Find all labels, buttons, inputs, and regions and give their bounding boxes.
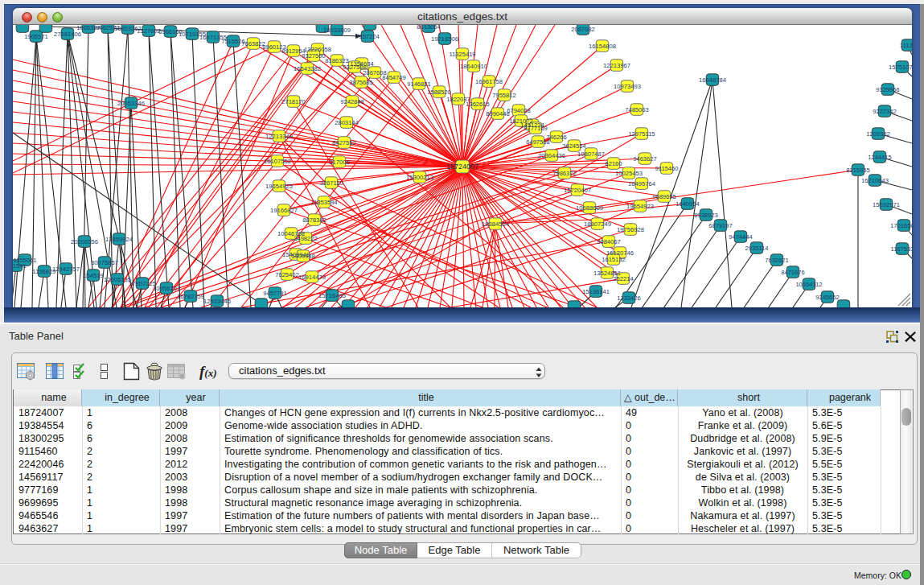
svg-text:3875685: 3875685 [349, 79, 373, 86]
svg-text:9457791: 9457791 [263, 290, 287, 297]
svg-text:12923446: 12923446 [203, 298, 231, 305]
svg-text:1209382: 1209382 [866, 130, 890, 138]
svg-text:1155061: 1155061 [14, 257, 37, 264]
svg-text:6879197: 6879197 [708, 222, 733, 229]
svg-text:3498222: 3498222 [294, 235, 318, 242]
svg-text:15720407: 15720407 [564, 187, 591, 194]
svg-text:3624554: 3624554 [562, 142, 586, 150]
svg-text:12505135: 12505135 [104, 276, 131, 283]
svg-text:9084067: 9084067 [597, 238, 621, 245]
svg-text:19756928: 19756928 [617, 226, 644, 233]
svg-text:19166827: 19166827 [270, 207, 298, 214]
svg-text:10025453: 10025453 [615, 170, 643, 177]
svg-text:16107552: 16107552 [264, 158, 291, 165]
svg-text:8471676: 8471676 [781, 269, 805, 276]
svg-text:10654112: 10654112 [795, 281, 822, 288]
svg-text:1362615: 1362615 [466, 101, 490, 108]
svg-text:2935114: 2935114 [745, 245, 769, 252]
svg-text:2087682: 2087682 [571, 26, 595, 33]
svg-text:2803144: 2803144 [335, 119, 359, 126]
svg-text:1167533: 1167533 [891, 245, 913, 253]
svg-text:16543382: 16543382 [294, 65, 321, 72]
svg-text:20364436: 20364436 [538, 152, 565, 159]
svg-text:16961758: 16961758 [475, 78, 503, 85]
svg-text:8938923: 8938923 [694, 212, 718, 219]
svg-text:7625402: 7625402 [275, 271, 299, 278]
svg-text:17859924: 17859924 [105, 236, 133, 243]
svg-text:17957225: 17957225 [129, 280, 156, 287]
svg-text:15692971: 15692971 [873, 201, 900, 208]
svg-text:8454749: 8454749 [382, 74, 406, 81]
svg-text:1527602: 1527602 [137, 27, 161, 35]
svg-text:7357224: 7357224 [355, 33, 380, 40]
svg-text:1244415: 1244415 [868, 154, 892, 161]
svg-text:15716485: 15716485 [318, 292, 346, 299]
svg-text:9474444: 9474444 [729, 233, 753, 241]
svg-text:11123: 11123 [900, 42, 912, 49]
svg-text:12975115: 12975115 [628, 130, 655, 138]
svg-text:11325419: 11325419 [449, 51, 475, 58]
svg-text:746266: 746266 [546, 134, 566, 141]
svg-text:16154808: 16154808 [589, 43, 616, 50]
svg-text:8215955: 8215955 [846, 167, 870, 174]
svg-text:7955812: 7955812 [492, 92, 516, 99]
svg-text:9245652: 9245652 [815, 294, 840, 301]
svg-text:16495764: 16495764 [628, 180, 655, 187]
svg-text:27691406: 27691406 [54, 31, 81, 38]
svg-text:10688609: 10688609 [576, 204, 603, 212]
svg-text:7632621: 7632621 [765, 257, 789, 264]
svg-text:1640954: 1640954 [676, 200, 700, 208]
svg-text:7986372: 7986372 [552, 170, 577, 177]
svg-text:18724007: 18724007 [446, 163, 478, 171]
svg-text:19654925: 19654925 [265, 183, 293, 190]
svg-text:16648784: 16648784 [699, 76, 726, 84]
svg-text:30975857: 30975857 [91, 259, 118, 266]
svg-text:9327500: 9327500 [302, 52, 326, 60]
svg-text:9689695: 9689695 [652, 193, 676, 200]
svg-text:1733426: 1733426 [617, 295, 641, 302]
svg-text:9463627: 9463627 [633, 155, 657, 163]
svg-text:5409948: 5409948 [291, 253, 315, 260]
svg-text:20053346: 20053346 [117, 100, 145, 107]
svg-text:18640910: 18640910 [460, 63, 487, 70]
svg-text:7485063: 7485063 [625, 106, 649, 113]
svg-text:10958107: 10958107 [153, 285, 180, 292]
svg-text:11353594: 11353594 [310, 199, 337, 206]
svg-text:6794028: 6794028 [507, 107, 531, 114]
svg-text:1905571: 1905571 [24, 33, 48, 40]
svg-text:9242848: 9242848 [340, 98, 364, 105]
svg-text:18807249: 18807249 [584, 220, 611, 228]
svg-text:252214: 252214 [613, 275, 633, 282]
svg-text:8427552: 8427552 [332, 139, 356, 146]
svg-text:2718170: 2718170 [281, 98, 306, 105]
svg-text:1588520: 1588520 [427, 89, 451, 96]
svg-text:15136141: 15136141 [582, 288, 610, 295]
svg-text:19218506: 19218506 [431, 35, 458, 43]
svg-text:16210643: 16210643 [861, 177, 889, 184]
svg-text:10807487: 10807487 [577, 150, 605, 158]
svg-text:19654923: 19654923 [626, 203, 654, 210]
svg-text:12942757: 12942757 [52, 266, 80, 273]
svg-text:8878342: 8878342 [302, 216, 326, 224]
svg-text:19384554: 19384554 [482, 220, 509, 228]
svg-text:15300213: 15300213 [406, 174, 433, 181]
svg-text:317006: 317006 [329, 159, 349, 166]
svg-text:3267110: 3267110 [320, 179, 343, 187]
svg-text:12213349: 12213349 [265, 133, 293, 140]
svg-text:154519: 154519 [83, 272, 103, 279]
svg-text:9146821: 9146821 [407, 80, 431, 88]
svg-text:9329966: 9329966 [876, 86, 900, 93]
svg-text:1615132: 1615132 [602, 256, 626, 263]
svg-text:62160: 62160 [605, 160, 622, 167]
svg-text:15751074: 15751074 [889, 64, 912, 71]
svg-text:9115460: 9115460 [655, 165, 679, 172]
svg-text:9227342: 9227342 [873, 108, 897, 115]
svg-text:16033809: 16033809 [323, 27, 351, 34]
svg-text:17016504: 17016504 [890, 222, 912, 229]
svg-text:16914479: 16914479 [298, 274, 326, 281]
svg-text:10973493: 10973493 [614, 83, 641, 90]
svg-text:9777169: 9777169 [524, 125, 548, 132]
svg-text:20206556: 20206556 [71, 238, 98, 245]
svg-text:16782759: 16782759 [177, 293, 204, 300]
svg-text:12213967: 12213967 [603, 62, 630, 69]
